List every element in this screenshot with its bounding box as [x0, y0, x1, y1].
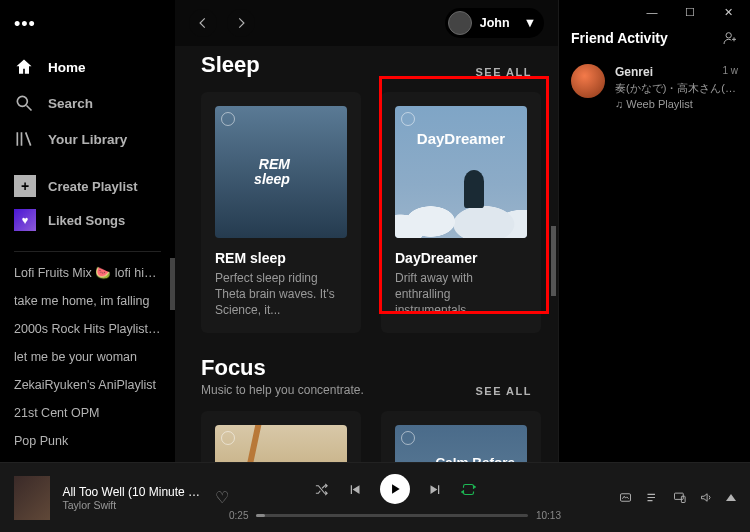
user-name: John [480, 16, 510, 30]
divider [14, 251, 161, 252]
list-item[interactable]: ZekaiRyuken's AniPlaylist [0, 371, 175, 399]
section-title[interactable]: Sleep [201, 52, 260, 78]
svg-line-1 [27, 106, 32, 111]
close-button[interactable]: ✕ [712, 2, 744, 22]
expand-button[interactable] [726, 494, 736, 501]
main-content: John ▼ Sleep SEE ALL REMsleep REM sleep … [175, 0, 558, 480]
library-icon [14, 129, 34, 149]
list-item[interactable]: Pop Punk [0, 427, 175, 455]
maximize-button[interactable]: ☐ [674, 2, 706, 22]
action-label: Create Playlist [48, 179, 138, 194]
activity-track: 奏(かなで)・高木さん(CV:高橋李依) [615, 81, 738, 97]
friend-activity-panel: ― ☐ ✕ Friend Activity Genrei 1 w 奏(かなで)・… [558, 0, 750, 480]
topbar: John ▼ [175, 0, 558, 46]
chevron-left-icon [196, 16, 210, 30]
lyrics-button[interactable] [618, 490, 633, 505]
sidebar: ••• Home Search Your Library + Create Pl… [0, 0, 175, 480]
play-button[interactable] [380, 474, 410, 504]
player-bar: All Too Well (10 Minute Version) Taylor … [0, 462, 750, 532]
nav-home[interactable]: Home [0, 49, 175, 85]
like-button[interactable]: ♡ [215, 488, 229, 507]
activity-item[interactable]: Genrei 1 w 奏(かなで)・高木さん(CV:高橋李依) ♫ Weeb P… [559, 58, 750, 119]
heart-icon: ♥ [14, 209, 36, 231]
devices-button[interactable] [672, 490, 687, 505]
nav-search[interactable]: Search [0, 85, 175, 121]
previous-button[interactable] [347, 482, 362, 497]
plus-icon: + [14, 175, 36, 197]
add-friend-icon[interactable] [722, 30, 738, 46]
see-all-link[interactable]: SEE ALL [475, 385, 532, 397]
avatar [571, 64, 605, 98]
queue-button[interactable] [645, 490, 660, 505]
user-menu[interactable]: John ▼ [445, 8, 544, 38]
card-title: REM sleep [215, 250, 347, 266]
playlist-list: Lofi Fruits Mix 🍉 lofi hip ho... take me… [0, 258, 175, 480]
volume-button[interactable] [699, 490, 714, 505]
svg-point-0 [17, 96, 27, 106]
back-button[interactable] [189, 9, 217, 37]
card-title: DayDreamer [395, 250, 527, 266]
chevron-down-icon: ▼ [524, 16, 536, 30]
see-all-link[interactable]: SEE ALL [475, 66, 532, 78]
friend-name: Genrei [615, 64, 653, 81]
now-playing-title[interactable]: All Too Well (10 Minute Version) [62, 485, 203, 499]
forward-button[interactable] [227, 9, 255, 37]
next-button[interactable] [428, 482, 443, 497]
repeat-button[interactable] [461, 482, 476, 497]
total-time: 10:13 [536, 510, 561, 521]
list-item[interactable]: Lofi Fruits Mix 🍉 lofi hip ho... [0, 258, 175, 287]
shuffle-button[interactable] [314, 482, 329, 497]
nav-library[interactable]: Your Library [0, 121, 175, 157]
avatar [448, 11, 472, 35]
nav-label: Search [48, 96, 93, 111]
section-subtitle: Music to help you concentrate. [201, 383, 364, 397]
elapsed-time: 0:25 [229, 510, 248, 521]
create-playlist[interactable]: + Create Playlist [0, 169, 175, 203]
list-item[interactable]: 2000s Rock Hits Playlist - 0... [0, 315, 175, 343]
liked-songs[interactable]: ♥ Liked Songs [0, 203, 175, 237]
nav-label: Home [48, 60, 86, 75]
activity-time: 1 w [722, 64, 738, 79]
cover-art: DayDreamer [395, 106, 527, 238]
list-item[interactable]: 21st Cent OPM [0, 399, 175, 427]
scrollbar[interactable] [551, 226, 556, 296]
menu-dots[interactable]: ••• [0, 8, 175, 41]
list-item[interactable]: take me home, im falling [0, 287, 175, 315]
playlist-card-daydreamer[interactable]: DayDreamer DayDreamer Drift away with en… [381, 92, 541, 333]
card-desc: Perfect sleep riding Theta brain waves. … [215, 270, 347, 319]
svg-point-2 [726, 33, 731, 38]
section-title[interactable]: Focus [201, 355, 364, 381]
playlist-card-rem-sleep[interactable]: REMsleep REM sleep Perfect sleep riding … [201, 92, 361, 333]
nav-label: Your Library [48, 132, 127, 147]
activity-context: ♫ Weeb Playlist [615, 97, 738, 113]
chevron-right-icon [234, 16, 248, 30]
now-playing-cover[interactable] [14, 476, 50, 520]
card-desc: Drift away with enthralling instrumental… [395, 270, 527, 319]
progress-bar[interactable] [256, 514, 528, 517]
action-label: Liked Songs [48, 213, 125, 228]
panel-title: Friend Activity [571, 30, 668, 46]
cover-art: REMsleep [215, 106, 347, 238]
home-icon [14, 57, 34, 77]
minimize-button[interactable]: ― [636, 2, 668, 22]
now-playing-artist[interactable]: Taylor Swift [62, 499, 203, 511]
list-item[interactable]: let me be your woman [0, 343, 175, 371]
search-icon [14, 93, 34, 113]
